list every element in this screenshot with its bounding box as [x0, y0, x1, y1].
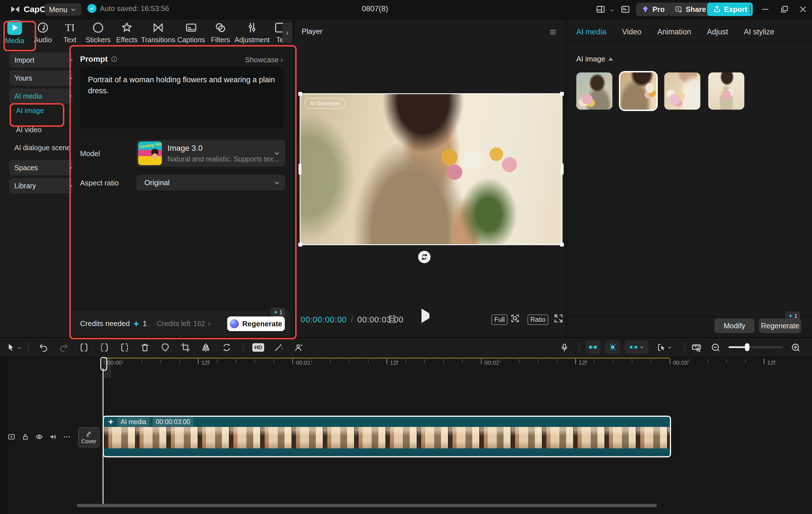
- minimize-button[interactable]: [759, 3, 772, 16]
- lock-icon[interactable]: [21, 432, 30, 441]
- preview-axis-toggle[interactable]: [605, 340, 620, 354]
- close-button[interactable]: [797, 3, 809, 16]
- undo-button[interactable]: [37, 341, 50, 354]
- tab-ai-media[interactable]: AI media: [576, 28, 606, 36]
- timeline-zoom-slider[interactable]: [729, 346, 783, 348]
- tab-effects[interactable]: Effects: [113, 21, 141, 44]
- export-button[interactable]: Export: [707, 3, 753, 16]
- rotate-button[interactable]: [418, 251, 431, 263]
- timeline-fit-button[interactable]: [690, 341, 703, 354]
- delete-button[interactable]: [139, 341, 151, 354]
- select-tool-button[interactable]: [4, 341, 17, 354]
- timeline-scrollbar[interactable]: [77, 504, 657, 507]
- sidebar-item-spaces[interactable]: Spaces: [9, 160, 79, 175]
- sidebar-item-import[interactable]: Import: [9, 53, 79, 68]
- playhead-line[interactable]: [103, 368, 104, 506]
- tab-captions[interactable]: Captions: [175, 21, 207, 44]
- frame-grid-icon: [387, 314, 398, 324]
- tab-adjust[interactable]: Adjust: [707, 28, 728, 36]
- generated-thumbnail-2-selected[interactable]: [620, 72, 656, 110]
- panel-layout-button[interactable]: [619, 3, 632, 16]
- resize-handle-ne[interactable]: [560, 92, 564, 96]
- hd-button[interactable]: HD: [252, 341, 264, 354]
- mirror-button[interactable]: [200, 341, 212, 354]
- tab-adjustment[interactable]: Adjustment: [234, 21, 270, 44]
- ratio-button[interactable]: Ratio: [527, 314, 548, 325]
- zoom-in-button[interactable]: [789, 341, 802, 354]
- resize-handle-se[interactable]: [560, 243, 564, 247]
- split-button[interactable]: [78, 341, 90, 354]
- menu-button[interactable]: Menu: [45, 3, 82, 16]
- layout-toggle-button[interactable]: [594, 3, 607, 16]
- player-canvas-image[interactable]: AI Generate: [300, 94, 562, 244]
- chevron-down-icon[interactable]: [609, 7, 615, 13]
- modify-button[interactable]: Modify: [715, 319, 754, 333]
- slider-thumb[interactable]: [745, 343, 749, 351]
- magic-tools-button[interactable]: [272, 341, 285, 354]
- tab-stickers[interactable]: Stickers: [83, 21, 113, 44]
- split-left-button[interactable]: [98, 341, 111, 354]
- portrait-enhance-button[interactable]: [293, 341, 305, 354]
- crop-button[interactable]: [179, 341, 192, 354]
- generated-thumbnail-3[interactable]: [664, 72, 700, 110]
- sidebar-item-ai-video[interactable]: AI video: [16, 126, 41, 134]
- resize-handle-sw[interactable]: [298, 243, 302, 247]
- frame-view-button[interactable]: [386, 313, 398, 325]
- track-select-mode-button[interactable]: [655, 341, 674, 354]
- split-right-button[interactable]: [118, 341, 131, 354]
- tab-text[interactable]: TI Text: [56, 21, 83, 44]
- full-button[interactable]: Full: [491, 314, 508, 325]
- speaker-icon[interactable]: [49, 432, 57, 441]
- cover-button[interactable]: Cover: [78, 427, 99, 448]
- playhead-handle[interactable]: [100, 357, 107, 370]
- timeline-clip-ai-media[interactable]: AI media 00:00:03:00: [104, 417, 670, 456]
- tab-media[interactable]: Media: [0, 20, 29, 45]
- pro-button[interactable]: Pro: [636, 3, 670, 16]
- eye-icon[interactable]: [35, 432, 44, 441]
- aspect-ratio-dropdown[interactable]: Original: [137, 175, 285, 190]
- magnetic-snap-toggle[interactable]: [585, 340, 601, 354]
- tab-video[interactable]: Video: [622, 28, 642, 36]
- credits-left-link[interactable]: Credits left 162 ›: [157, 319, 210, 328]
- fullscreen-button[interactable]: [552, 312, 565, 325]
- play-button[interactable]: [422, 313, 429, 319]
- replace-button[interactable]: [221, 341, 233, 354]
- prompt-textarea[interactable]: Portrait of a woman holding flowers and …: [80, 67, 284, 128]
- resize-handle-e[interactable]: [561, 163, 563, 175]
- sidebar-item-ai-media[interactable]: AI media: [9, 89, 79, 104]
- tab-audio[interactable]: Audio: [29, 21, 56, 44]
- regenerate-button-right[interactable]: Regenerate: [759, 319, 801, 333]
- sidebar-item-ai-dialogue-scene[interactable]: AI dialogue scene: [14, 144, 70, 152]
- model-dropdown[interactable]: Coming Soon! Image 3.0 Natural and reali…: [137, 140, 285, 167]
- resize-handle-nw[interactable]: [298, 92, 302, 96]
- restore-button[interactable]: [778, 3, 790, 16]
- mask-icon: [160, 342, 171, 353]
- sidebar-item-yours[interactable]: Yours: [9, 70, 79, 86]
- regenerate-button[interactable]: Regenerate: [227, 316, 285, 331]
- link-toggle[interactable]: [625, 340, 648, 354]
- generated-thumbnail-1[interactable]: [576, 72, 612, 110]
- sidebar-item-ai-image[interactable]: AI image: [16, 107, 44, 115]
- generated-thumbnail-4[interactable]: [708, 72, 744, 110]
- info-icon[interactable]: [111, 56, 118, 63]
- resize-handle-w[interactable]: [298, 163, 301, 175]
- mask-button[interactable]: [159, 341, 171, 354]
- ai-image-section-toggle[interactable]: AI image: [576, 55, 613, 63]
- share-button[interactable]: Share: [669, 3, 712, 16]
- player-menu-icon[interactable]: [548, 27, 558, 37]
- fit-zoom-button[interactable]: [509, 312, 521, 325]
- chevron-down-icon[interactable]: [16, 345, 22, 351]
- tab-templates-truncated[interactable]: Te: [270, 21, 283, 44]
- modify-label: Modify: [724, 322, 746, 330]
- sidebar-item-library[interactable]: Library: [9, 178, 79, 193]
- tabbar-overflow-button[interactable]: ›: [283, 23, 292, 43]
- showcase-link[interactable]: Showcase ›: [245, 55, 283, 64]
- record-voiceover-button[interactable]: [558, 341, 571, 354]
- tab-animation[interactable]: Animation: [657, 28, 691, 36]
- redo-button[interactable]: [58, 341, 70, 354]
- tab-filters[interactable]: Filters: [207, 21, 234, 44]
- tab-transitions[interactable]: Transitions: [141, 21, 175, 44]
- tab-ai-stylize[interactable]: AI stylize: [744, 28, 774, 36]
- more-options-icon[interactable]: [63, 432, 71, 441]
- zoom-out-button[interactable]: [709, 341, 722, 354]
